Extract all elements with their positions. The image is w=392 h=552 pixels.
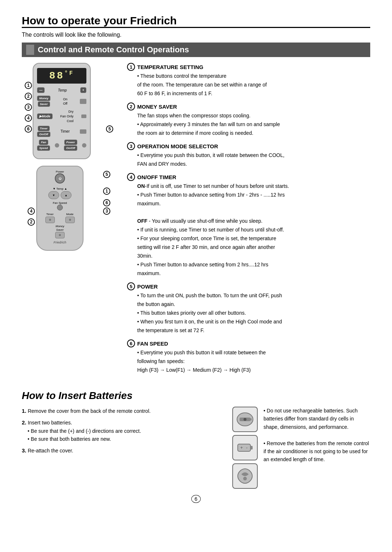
step-1: 1. Remove the cover from the back of the… — [22, 407, 221, 415]
battery-icons: + - — [232, 407, 258, 489]
fan-indicator — [55, 143, 59, 148]
handheld-saver-label: Saver — [56, 228, 64, 231]
inst-item-6: 6 FAN SPEED • Everytime you push this bu… — [127, 339, 370, 374]
inst-title-2: 2 MONEY SAVER — [127, 102, 370, 110]
power-btn[interactable]: Power — [64, 140, 77, 145]
power-indicator — [82, 143, 86, 148]
power-onoff-btn[interactable]: On/Off — [64, 145, 77, 151]
inst-heading-6: FAN SPEED — [137, 341, 168, 347]
inst-heading-1: TEMPERATURE SETTING — [137, 64, 203, 70]
money-btn[interactable]: Money — [37, 96, 50, 101]
inst-text-4-4-rest: - You will usually use shut-off time whi… — [147, 218, 262, 224]
inst-text-2-1: • Approximately every 3 minutes the fan … — [137, 121, 370, 128]
handheld-timer-btn[interactable]: ⊙ — [45, 217, 55, 223]
off-bold: OFF — [137, 218, 147, 224]
remote-area: 1 2 3 4 6 5 88°F — Temp + — [22, 63, 116, 379]
inst-heading-2: MONEY SAVER — [137, 104, 177, 110]
page-number: 6 — [22, 496, 370, 502]
svg-rect-5 — [250, 446, 253, 450]
inst-text-4-0-rest: -If unit is off, use Timer to set number… — [145, 183, 289, 189]
inst-body-4: ON-If unit is off, use Timer to set numb… — [137, 182, 370, 277]
step-3-num: 3. — [22, 447, 26, 454]
handheld-temp-up[interactable]: ▲ — [61, 191, 72, 199]
inst-text-3-1: FAN and DRY modes. — [137, 160, 370, 168]
label-5-right: 5 — [106, 125, 113, 133]
fan-btn[interactable]: Fan — [39, 140, 48, 145]
inst-text-5-2: • This button takes priority over all ot… — [137, 309, 370, 317]
handheld-temp-label: ▼ Temp ▲ — [53, 187, 67, 190]
temp-label: Temp — [58, 88, 67, 92]
title-rule — [22, 27, 370, 28]
inst-body-6: • Everytime you push this button it will… — [137, 349, 370, 374]
step-2: 2. Insert two batteries. • Be sure that … — [22, 418, 221, 443]
inst-text-6-2: High (F3) → Low(F1) → Medium (F2) → High… — [137, 366, 370, 374]
on-label: On — [63, 97, 68, 101]
handheld-mode-btn[interactable]: ⊙ — [65, 217, 75, 223]
inst-text-2-0: The fan stops when the compressor stops … — [137, 112, 370, 120]
mode-labels: Dry Fan Only Cool — [60, 109, 74, 123]
dry-label: Dry — [60, 109, 74, 114]
inst-text-4-5: • If unit is running, use Timer to set n… — [137, 226, 370, 234]
inst-heading-5: POWER — [137, 283, 158, 290]
inst-text-6-1: following fan speeds: — [137, 358, 370, 365]
inst-num-6: 6 — [127, 339, 135, 347]
inst-text-5-0: • To turn the unit ON, push the button. … — [137, 292, 370, 299]
mode-row: ▶Mode Dry Fan Only Cool — [37, 109, 86, 123]
label-4: 4 — [25, 114, 32, 122]
inst-num-3: 3 — [127, 142, 135, 150]
inst-title-3: 3 OPERATION MODE SELECTOR — [127, 142, 370, 150]
temp-row: — Temp + — [37, 87, 86, 93]
two-remotes: 1 2 3 4 6 5 88°F — Temp + — [33, 63, 105, 251]
handheld-moneysaver-btn[interactable]: ⊙ — [55, 232, 65, 238]
inst-text-4-10: maximum. — [137, 270, 370, 277]
step-3-text: Re-attach the cover. — [28, 448, 73, 454]
inst-text-4-7: setting will rise 2 F after 30 min, and … — [137, 243, 370, 251]
instructions-panel: 1 TEMPERATURE SETTING • These buttons co… — [127, 63, 370, 379]
inst-text-1-1: of the room. The temperature can be set … — [137, 81, 370, 89]
on-bold: ON — [137, 183, 145, 189]
fan-power-row: Fan Speed Power On/Off — [37, 140, 86, 151]
control-section: 1 2 3 4 6 5 88°F — Temp + — [22, 63, 370, 379]
inst-title-4: 4 ON/OFF TIMER — [127, 173, 370, 181]
step-1-num: 1. — [22, 408, 26, 414]
inst-item-5: 5 POWER • To turn the unit ON, push the … — [127, 282, 370, 334]
section-bar-icon — [26, 45, 34, 55]
handheld-temp-down[interactable]: ▼ — [48, 191, 59, 199]
inst-text-5-4: the temperature is set at 72 F. — [137, 327, 370, 334]
h-label-5: 5 — [103, 171, 110, 178]
battery-svg-3 — [236, 467, 254, 485]
page-num-circle: 6 — [191, 495, 201, 503]
temp-plus-btn[interactable]: + — [80, 87, 86, 93]
batteries-right: + - • Do not use rechargeable batteries.… — [232, 407, 370, 489]
saver-btn[interactable]: Saver — [38, 101, 50, 107]
mode-btn[interactable]: ▶Mode — [37, 113, 53, 119]
label-3: 3 — [25, 104, 32, 111]
inst-text-1-2: 60 F to 86 F, in increments of 1 F. — [137, 90, 370, 97]
handheld-power-btn[interactable]: ⏻ — [55, 173, 65, 184]
handheld-power-row: Power ⏻ — [40, 170, 80, 184]
inst-text-5-1: the button again. — [137, 301, 370, 308]
battery-note-0: • Do not use rechargeable batteries. Suc… — [264, 407, 370, 431]
step-1-text: Remove the cover from the back of the re… — [28, 408, 151, 414]
timer-onoff-label[interactable]: Timer — [38, 126, 50, 131]
timer-label2[interactable]: On/Off — [37, 132, 50, 137]
temp-minus-btn[interactable]: — — [37, 87, 45, 93]
inst-text-2-2: the room air to determine if more coolin… — [137, 129, 370, 137]
battery-icon-1 — [232, 407, 258, 432]
inst-body-3: • Everytime you push this button, it wil… — [137, 152, 370, 168]
inst-text-5-3: • When you first turn it on, the unit is… — [137, 318, 370, 326]
svg-point-3 — [244, 418, 246, 421]
handheld-fanspeed-row: Fan Speed — [40, 201, 80, 210]
inst-body-2: The fan stops when the compressor stops … — [137, 112, 370, 137]
page-title: How to operate your Friedrich — [22, 15, 370, 27]
inst-text-4-0: ON-If unit is off, use Timer to set numb… — [137, 182, 370, 190]
battery-note-1: • Remove the batteries from the remote c… — [264, 439, 370, 464]
inst-item-4: 4 ON/OFF TIMER ON-If unit is off, use Ti… — [127, 173, 370, 277]
speed-btn[interactable]: Speed — [37, 145, 50, 151]
inst-title-1: 1 TEMPERATURE SETTING — [127, 63, 370, 71]
handheld-logo: Friedrich — [40, 241, 80, 244]
handheld-remote-wrapper: 5 1 6 4 3 2 Power ⏻ — [36, 166, 102, 251]
batteries-section: How to Insert Batteries 1. Remove the co… — [22, 390, 370, 489]
handheld-fan-dot[interactable] — [57, 205, 63, 210]
batteries-content: 1. Remove the cover from the back of the… — [22, 407, 370, 489]
